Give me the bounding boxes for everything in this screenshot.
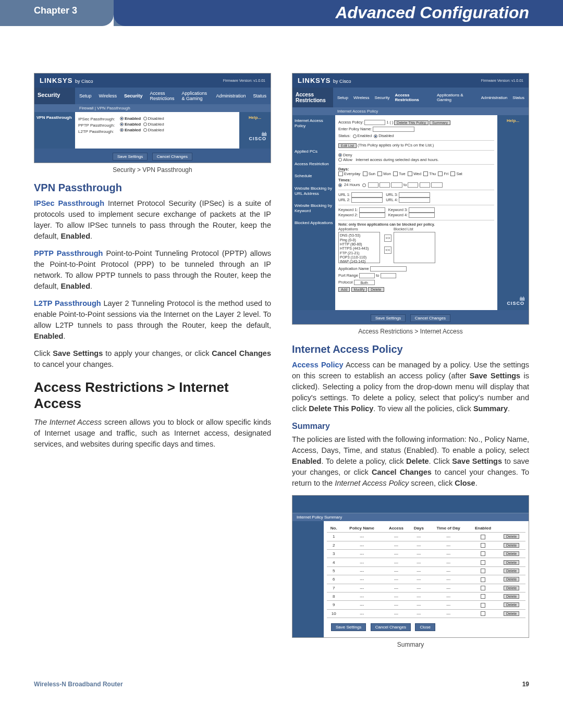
delete-button[interactable]: Delete xyxy=(368,287,384,292)
day-thu-chk[interactable] xyxy=(423,171,428,176)
day-every-chk[interactable] xyxy=(338,171,343,176)
row-delete-button[interactable]: Delete xyxy=(504,534,519,539)
cancel-changes-button-2[interactable]: Cancel Changes xyxy=(410,314,450,322)
enabled-checkbox[interactable] xyxy=(481,551,485,556)
ipsec-disabled-radio[interactable] xyxy=(143,117,147,120)
deny-radio[interactable] xyxy=(338,153,342,157)
kw3-input[interactable] xyxy=(409,207,435,213)
row-delete-button[interactable]: Delete xyxy=(504,560,519,565)
enabled-checkbox[interactable] xyxy=(481,586,485,590)
cancel-changes-button[interactable]: Cancel Changes xyxy=(152,153,192,161)
url2-input[interactable] xyxy=(351,198,383,203)
row-delete-button[interactable]: Delete xyxy=(504,577,519,582)
port-to-input[interactable] xyxy=(381,273,396,278)
time-range-radio[interactable] xyxy=(362,183,366,187)
enabled-checkbox[interactable] xyxy=(481,577,485,582)
summary-button[interactable]: Summary xyxy=(430,120,450,125)
cell-days: --- xyxy=(409,609,428,618)
tab-setup[interactable]: Setup xyxy=(79,93,92,98)
url4-input[interactable] xyxy=(399,198,430,203)
help-link-2[interactable]: Help... xyxy=(499,118,527,123)
enabled-checkbox[interactable] xyxy=(481,543,485,548)
time-from-ampm[interactable] xyxy=(391,182,402,188)
protocol-select[interactable]: Both xyxy=(354,280,375,285)
day-sat-chk[interactable] xyxy=(450,171,455,176)
row-delete-button[interactable]: Delete xyxy=(504,551,519,556)
cell-no: 5 xyxy=(327,566,341,575)
day-fri-chk[interactable] xyxy=(438,171,443,176)
enabled-checkbox[interactable] xyxy=(481,535,485,539)
row-ipsec-label: IPSec Passthrough: xyxy=(78,117,120,121)
l2tp-enabled-radio[interactable] xyxy=(120,128,124,132)
cisco-logo-text: CISCO xyxy=(241,136,266,141)
enabled-checkbox[interactable] xyxy=(481,603,485,608)
time-to-m[interactable] xyxy=(420,182,430,188)
tab-wireless[interactable]: Wireless xyxy=(99,93,117,98)
url3-input[interactable] xyxy=(399,192,430,198)
summary-save-button[interactable]: Save Settings xyxy=(331,623,366,631)
row-delete-button[interactable]: Delete xyxy=(504,594,519,599)
tab-access-restrictions[interactable]: Access Restrictions xyxy=(150,91,175,101)
enabled-checkbox[interactable] xyxy=(481,569,485,573)
policy-name-input[interactable] xyxy=(373,127,414,132)
tab-setup-2[interactable]: Setup xyxy=(337,95,348,100)
row-delete-button[interactable]: Delete xyxy=(504,602,519,607)
cell-days: --- xyxy=(409,558,428,566)
edit-list-button[interactable]: Edit List xyxy=(338,143,357,148)
time-24-radio[interactable] xyxy=(338,183,342,187)
l2tp-disabled-radio[interactable] xyxy=(143,128,147,132)
day-tue-chk[interactable] xyxy=(393,171,398,176)
delete-policy-button[interactable]: Delete This Policy xyxy=(394,120,429,125)
tab-admin[interactable]: Administration xyxy=(216,93,246,98)
policy-select[interactable] xyxy=(364,120,385,125)
save-settings-button-2[interactable]: Save Settings xyxy=(371,314,406,322)
tab-security[interactable]: Security xyxy=(124,93,143,98)
pptp-enabled-radio[interactable] xyxy=(120,122,124,126)
summary-cancel-button[interactable]: Cancel Changes xyxy=(371,623,411,631)
move-left-button[interactable]: << xyxy=(384,246,391,254)
day-wed-chk[interactable] xyxy=(408,171,412,176)
time-from-m[interactable] xyxy=(380,182,390,188)
ipsec-enabled-radio[interactable] xyxy=(120,117,124,120)
row-delete-button[interactable]: Delete xyxy=(504,586,519,590)
time-to-h[interactable] xyxy=(408,182,418,188)
day-mon-chk[interactable] xyxy=(377,171,382,176)
summary-close-button[interactable]: Close xyxy=(415,623,435,631)
blocked-listbox[interactable] xyxy=(394,232,435,263)
save-settings-button[interactable]: Save Settings xyxy=(113,153,148,161)
move-right-button[interactable]: >> xyxy=(384,235,391,242)
tab-security-2[interactable]: Security xyxy=(375,95,390,100)
tab-status-2[interactable]: Status xyxy=(512,95,524,100)
enabled-checkbox[interactable] xyxy=(481,594,485,599)
tab-status[interactable]: Status xyxy=(253,93,266,98)
apps-listbox[interactable]: DNS (53-53) Ping (0-0) HTTP (80-80) HTTP… xyxy=(338,232,380,263)
time-from-h[interactable] xyxy=(368,182,378,188)
url3-label: URL 3: xyxy=(386,192,398,197)
tab-admin-2[interactable]: Administration xyxy=(481,95,508,100)
url1-input[interactable] xyxy=(351,192,383,198)
enabled-checkbox[interactable] xyxy=(481,560,485,565)
row-delete-button[interactable]: Delete xyxy=(504,569,519,573)
apps-label: Applications xyxy=(338,227,380,231)
status-disabled-radio[interactable] xyxy=(374,134,377,138)
tab-apps-gaming-2[interactable]: Applications & Gaming xyxy=(437,93,476,102)
add-button[interactable]: Add xyxy=(338,287,350,292)
status-enabled-radio[interactable] xyxy=(353,134,357,138)
row-delete-button[interactable]: Delete xyxy=(504,543,519,548)
time-to-ampm[interactable] xyxy=(431,182,443,188)
pptp-disabled-radio[interactable] xyxy=(143,122,147,126)
enabled-checkbox[interactable] xyxy=(481,611,485,616)
modify-button[interactable]: Modify xyxy=(351,287,368,292)
tab-access-restrictions-2[interactable]: Access Restrictions xyxy=(395,93,432,102)
tab-wireless-2[interactable]: Wireless xyxy=(353,95,370,100)
kw4-input[interactable] xyxy=(409,213,435,218)
tab-apps-gaming[interactable]: Applications & Gaming xyxy=(182,91,209,101)
day-sun-chk[interactable] xyxy=(363,171,368,176)
allow-radio[interactable] xyxy=(338,158,342,162)
port-from-input[interactable] xyxy=(359,273,375,278)
appname-input[interactable] xyxy=(370,266,407,272)
kw1-input[interactable] xyxy=(359,207,385,213)
help-link[interactable]: Help... xyxy=(241,115,268,120)
kw2-input[interactable] xyxy=(359,213,385,218)
row-delete-button[interactable]: Delete xyxy=(504,611,519,616)
